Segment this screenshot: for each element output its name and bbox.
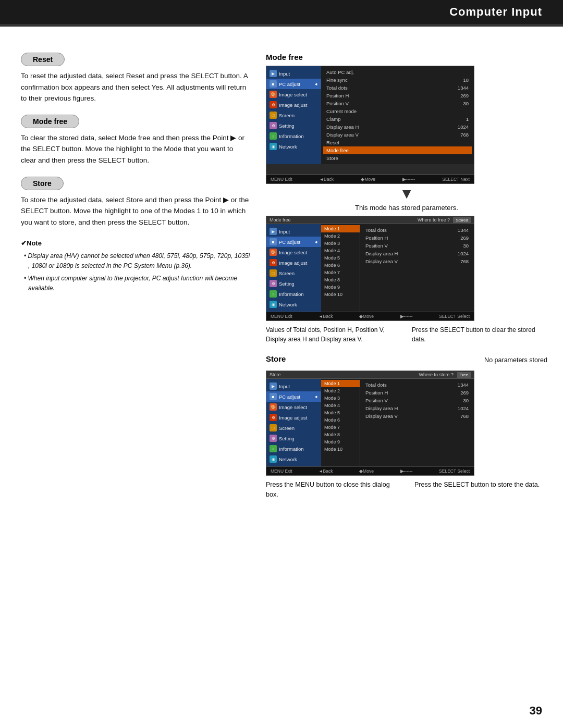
mode-5[interactable]: Mode 5 xyxy=(321,254,360,262)
mode-3[interactable]: Mode 3 xyxy=(321,240,360,247)
sidebar-setting[interactable]: ⚙ Setting xyxy=(266,120,321,131)
st-info-icon: i xyxy=(270,445,277,452)
sv-pos-h: Position H269 xyxy=(362,389,472,397)
mode-list-1: Mode 1 Mode 2 Mode 3 Mode 4 Mode 5 Mode … xyxy=(321,224,360,312)
dl-network-icon: ◉ xyxy=(270,301,277,308)
mode-free-section: Mode free To clear the stored data, sele… xyxy=(21,115,250,166)
row-position-v: Position V30 xyxy=(323,100,472,107)
st-mode-1-active[interactable]: Mode 1 xyxy=(321,380,360,387)
st-mode-3[interactable]: Mode 3 xyxy=(321,394,360,402)
st-mode-6[interactable]: Mode 6 xyxy=(321,416,360,424)
right-column: Mode free ▶ Input ■ PC adjust ◄ 🎨 xyxy=(266,53,547,500)
mode-10[interactable]: Mode 10 xyxy=(321,291,360,298)
caption-mode-free-right: Press the SELECT button to clear the sto… xyxy=(412,325,547,344)
mode-8[interactable]: Mode 8 xyxy=(321,276,360,283)
sidebar-input[interactable]: ▶ Input xyxy=(266,68,321,79)
note-bullet-2: • When input computer signal to the proj… xyxy=(21,274,250,293)
st-mode-2[interactable]: Mode 2 xyxy=(321,387,360,394)
input-icon: ▶ xyxy=(270,70,277,77)
mode-free-ui-1: ▶ Input ■ PC adjust ◄ 🎨 Image select ⚙ xyxy=(266,66,547,184)
dl-imgadj-icon: ⚙ xyxy=(270,259,277,266)
setting-icon: ⚙ xyxy=(270,122,277,129)
caption-mode-free-left: Values of Total dots, Position H, Positi… xyxy=(266,325,401,344)
sidebar-network[interactable]: ◉ Network xyxy=(266,141,321,152)
dl-sidebar-imgsel[interactable]: 🎨 Image select xyxy=(266,247,321,257)
proj-main-1: Auto PC adj. Fine sync18 Total dots1344 … xyxy=(321,66,474,164)
sv-disp-h: Display area H1024 xyxy=(362,404,472,412)
st-sidebar-imgsel[interactable]: 🎨 Image select xyxy=(266,402,321,412)
left-column: Reset To reset the adjusted data, select… xyxy=(21,53,250,500)
dv-disp-h: Display area H1024 xyxy=(362,250,472,257)
network-icon: ◉ xyxy=(270,143,277,150)
mode-free-button[interactable]: Mode free xyxy=(21,115,79,128)
dl-sidebar-imgadj[interactable]: ⚙ Image adjust xyxy=(266,257,321,268)
note-bullet-1: • Display area (H/V) cannot be selected … xyxy=(21,251,250,271)
sv-disp-v: Display area V768 xyxy=(362,412,472,420)
st-imgsel-icon: 🎨 xyxy=(270,403,277,411)
st-mode-9[interactable]: Mode 9 xyxy=(321,438,360,446)
st-sidebar-input[interactable]: ▶ Input xyxy=(266,381,321,391)
store-ui: Store Where to store ? Free ▶ Input xyxy=(266,371,547,476)
st-sidebar-info[interactable]: i Information xyxy=(266,443,321,454)
st-mode-7[interactable]: Mode 7 xyxy=(321,424,360,431)
dl-sidebar-setting[interactable]: ⚙ Setting xyxy=(266,278,321,289)
caption-store-left: Press the MENU button to close this dial… xyxy=(266,480,399,500)
st-sidebar-screen[interactable]: □ Screen xyxy=(266,423,321,433)
store-body: ▶ Input ■ PC adjust ◄ 🎨 Image select xyxy=(266,379,474,466)
dl-sidebar-pc[interactable]: ■ PC adjust ◄ xyxy=(266,237,321,247)
st-mode-4[interactable]: Mode 4 xyxy=(321,402,360,409)
dl-sidebar-network[interactable]: ◉ Network xyxy=(266,299,321,310)
store-text: To store the adjusted data, select Store… xyxy=(21,194,250,228)
sv-pos-v: Position V30 xyxy=(362,397,472,404)
st-sidebar-setting[interactable]: ⚙ Setting xyxy=(266,433,321,443)
mode-7[interactable]: Mode 7 xyxy=(321,269,360,276)
row-auto-pc: Auto PC adj. xyxy=(323,68,472,76)
dl-sidebar-screen[interactable]: □ Screen xyxy=(266,268,321,278)
store-section-left: Store To store the adjusted data, select… xyxy=(21,177,250,228)
dl-sidebar-input[interactable]: ▶ Input xyxy=(266,226,321,237)
dl-screen-icon: □ xyxy=(270,269,277,277)
st-sidebar-imgadj[interactable]: ⚙ Image adjust xyxy=(266,412,321,423)
row-reset: Reset xyxy=(323,139,472,146)
dv-total-dots: Total dots1344 xyxy=(362,226,472,234)
st-setting-icon: ⚙ xyxy=(270,435,277,442)
dl-imgsel-icon: 🎨 xyxy=(270,249,277,256)
dl-sidebar-info[interactable]: i Information xyxy=(266,289,321,299)
st-mode-8[interactable]: Mode 8 xyxy=(321,431,360,438)
st-mode-5[interactable]: Mode 5 xyxy=(321,409,360,416)
store-button[interactable]: Store xyxy=(21,177,64,190)
row-mode-free-highlight: Mode free xyxy=(323,146,472,154)
page-header: Computer Input xyxy=(0,0,563,26)
stored-params-text: This mode has stored parameters. xyxy=(266,204,547,212)
mode-6[interactable]: Mode 6 xyxy=(321,262,360,269)
sidebar-image-adjust[interactable]: ⚙ Image adjust xyxy=(266,100,321,110)
screen-icon: □ xyxy=(270,112,277,119)
pc-icon: ■ xyxy=(270,80,277,88)
st-sidebar-pc[interactable]: ■ PC adjust ◄ xyxy=(266,391,321,402)
sidebar-image-select[interactable]: 🎨 Image select xyxy=(266,89,321,100)
mode-free-captions: Values of Total dots, Position H, Positi… xyxy=(266,325,547,344)
mode-free-ui-2: Mode free Where to free ? Stored ▶ Input… xyxy=(266,216,547,321)
dialog-sidebar-1: ▶ Input ■ PC adjust ◄ 🎨 Image select xyxy=(266,224,321,312)
sidebar-pc-adjust[interactable]: ■ PC adjust ◄ xyxy=(266,79,321,89)
reset-section: Reset To reset the adjusted data, select… xyxy=(21,53,250,104)
sidebar-screen[interactable]: □ Screen xyxy=(266,110,321,120)
mode-4[interactable]: Mode 4 xyxy=(321,247,360,254)
store-values: Total dots1344 Position H269 Position V3… xyxy=(360,379,474,466)
dv-disp-v: Display area V768 xyxy=(362,257,472,265)
dialog-values-1: Total dots1344 Position H269 Position V3… xyxy=(360,224,474,312)
dialog-footer-1: MENU Exit ◄Back ◆Move ▶------ SELECT Sel… xyxy=(266,312,474,320)
sidebar-information[interactable]: i Information xyxy=(266,131,321,141)
mode-9[interactable]: Mode 9 xyxy=(321,283,360,291)
row-display-h: Display area H1024 xyxy=(323,123,472,131)
st-mode-10[interactable]: Mode 10 xyxy=(321,446,360,453)
row-clamp: Clamp1 xyxy=(323,115,472,123)
mode-2[interactable]: Mode 2 xyxy=(321,232,360,240)
note-title: ✔Note xyxy=(21,238,250,249)
row-store: Store xyxy=(323,154,472,162)
reset-button[interactable]: Reset xyxy=(21,53,65,66)
dv-pos-h: Position H269 xyxy=(362,234,472,242)
mode-1-active[interactable]: Mode 1 xyxy=(321,225,360,232)
st-sidebar-network[interactable]: ◉ Network xyxy=(266,454,321,464)
store-footer: MENU Exit ◄Back ◆Move ▶------ SELECT Sel… xyxy=(266,466,474,475)
